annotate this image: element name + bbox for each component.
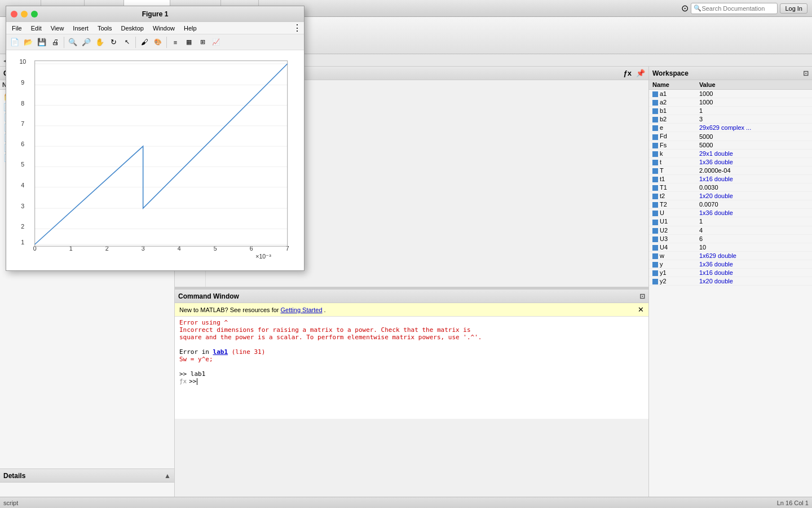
command-body[interactable]: Error using ^ Incorrect dimensions for r… [175, 317, 648, 419]
fig-tool-pan[interactable]: ✋ [94, 36, 106, 49]
workspace-row-t1[interactable]: t11x16 double [649, 174, 812, 183]
ws-value-Fs: 5000 [696, 141, 812, 149]
x-tick-1: 1 [69, 245, 73, 252]
figure-title: Figure 1 [38, 10, 272, 18]
getting-started-link[interactable]: Getting Started [281, 306, 323, 313]
close-button-fig[interactable] [11, 11, 17, 17]
y-tick-3: 3 [21, 203, 24, 209]
fig-tool-zoom-in[interactable]: 🔍 [67, 36, 79, 49]
search-input[interactable] [701, 5, 775, 12]
ws-name-t1: t1 [649, 174, 696, 183]
ws-value-T: 2.0000e-04 [696, 166, 812, 174]
figure-menu-extra-btn[interactable]: ⋮ [293, 23, 302, 33]
ws-value-b2: 3 [696, 115, 812, 124]
workspace-row-k[interactable]: k29x1 double [649, 149, 812, 157]
pin-icon[interactable]: 📌 [636, 69, 645, 77]
workspace-row-T1[interactable]: T10.0030 [649, 183, 812, 192]
workspace-row-Fd[interactable]: Fd5000 [649, 132, 812, 141]
maximize-button-fig[interactable] [31, 11, 38, 17]
workspace-row-y1[interactable]: y11x16 double [649, 268, 812, 277]
workspace-header: Workspace ⊡ [649, 67, 812, 80]
fig-menu-edit[interactable]: Edit [28, 24, 45, 33]
ws-name-U: U [649, 209, 696, 217]
search-box: 🔍 [691, 3, 778, 14]
fig-tool-cursor[interactable]: ↖ [121, 36, 133, 49]
x-tick-6: 6 [250, 245, 253, 252]
workspace-row-U4[interactable]: U410 [649, 243, 812, 251]
fig-menu-tools[interactable]: Tools [94, 24, 116, 33]
workspace-row-U3[interactable]: U36 [649, 234, 812, 243]
fx-icon[interactable]: ƒx [621, 69, 634, 77]
workspace-row-w[interactable]: w1x629 double [649, 251, 812, 260]
ws-name-b1: b1 [649, 107, 696, 115]
status-right: Ln 16 Col 1 [777, 500, 809, 506]
command-notice: New to MATLAB? See resources for Getting… [175, 303, 648, 317]
var-icon-T [652, 168, 658, 174]
workspace-row-Fs[interactable]: Fs5000 [649, 141, 812, 149]
var-icon-t [652, 160, 658, 165]
command-window-title: Command Window [178, 292, 239, 300]
var-icon-U [652, 211, 658, 216]
workspace-row-e[interactable]: e29x629 complex ... [649, 124, 812, 132]
workspace-row-T2[interactable]: T20.0070 [649, 200, 812, 209]
workspace-row-U[interactable]: U1x36 double [649, 209, 812, 217]
var-icon-y [652, 262, 658, 268]
error-line-3: square and the power is a scalar. To per… [179, 334, 644, 341]
workspace-expand[interactable]: ⊡ [803, 69, 809, 77]
fig-menu-view[interactable]: View [47, 24, 68, 33]
fig-tool-brush[interactable]: 🖌 [138, 36, 151, 49]
fig-tool-plot[interactable]: 📈 [210, 36, 222, 49]
workspace-row-t[interactable]: t1x36 double [649, 157, 812, 166]
workspace-row-a1[interactable]: a11000 [649, 90, 812, 98]
ws-value-y: 1x36 double [696, 260, 812, 268]
workspace-row-b2[interactable]: b23 [649, 115, 812, 124]
fig-tool-colorbar[interactable]: ▦ [183, 36, 195, 49]
x-tick-2: 2 [105, 245, 109, 252]
fig-menu-desktop[interactable]: Desktop [118, 24, 147, 33]
fig-tool-sep3 [166, 37, 167, 48]
fig-menu-window[interactable]: Window [149, 24, 178, 33]
fig-tool-rotate[interactable]: ↻ [107, 36, 120, 49]
x-tick-4: 4 [178, 245, 181, 252]
fig-menu-file[interactable]: File [8, 24, 25, 33]
fig-menu-insert[interactable]: Insert [69, 24, 92, 33]
fig-menu-help[interactable]: Help [180, 24, 200, 33]
fig-tool-new[interactable]: 📄 [8, 36, 21, 49]
figure-titlebar: Figure 1 [6, 6, 304, 22]
ws-value-T1: 0.0030 [696, 183, 812, 192]
workspace-row-y2[interactable]: y21x20 double [649, 277, 812, 286]
details-expand[interactable]: ▲ [164, 472, 171, 480]
minimize-button-fig[interactable] [21, 11, 28, 17]
ws-name-y: y [649, 260, 696, 268]
fig-tool-print[interactable]: 🖨 [49, 36, 61, 49]
workspace-row-U1[interactable]: U11 [649, 217, 812, 226]
y-tick-2: 2 [21, 223, 24, 230]
fig-tool-grid[interactable]: ⊞ [196, 36, 209, 49]
status-bar: script Ln 16 Col 1 [0, 497, 812, 508]
workspace-row-b1[interactable]: b11 [649, 107, 812, 115]
fig-tool-sep1 [64, 37, 64, 48]
ws-name-w: w [649, 251, 696, 260]
workspace-table-container[interactable]: Name Value a11000a21000b11b23e29x629 com… [649, 80, 812, 497]
cursor-blink [197, 378, 201, 385]
error-lab1-link[interactable]: lab1 [213, 348, 228, 356]
fig-tool-save[interactable]: 💾 [36, 36, 48, 49]
workspace-row-a2[interactable]: a21000 [649, 98, 812, 107]
workspace-row-t2[interactable]: t21x20 double [649, 192, 812, 200]
ws-name-y1: y1 [649, 268, 696, 277]
fig-tool-open[interactable]: 📂 [22, 36, 34, 49]
fig-tool-zoom-out[interactable]: 🔎 [80, 36, 92, 49]
workspace-row-T[interactable]: T2.0000e-04 [649, 166, 812, 174]
help-icon[interactable]: ⊙ [681, 3, 689, 14]
workspace-row-U2[interactable]: U24 [649, 226, 812, 234]
workspace-row-y[interactable]: y1x36 double [649, 260, 812, 268]
login-button[interactable]: Log In [780, 3, 807, 14]
fig-tool-legend[interactable]: ≡ [169, 36, 182, 49]
fig-tool-color[interactable]: 🎨 [152, 36, 164, 49]
ln-col-status: Ln 16 [777, 500, 795, 506]
fx-prompt-icon: ƒx [179, 378, 187, 385]
var-icon-a1 [652, 91, 658, 97]
command-window-expand[interactable]: ⊡ [639, 292, 645, 300]
notice-close[interactable]: ✕ [638, 305, 644, 314]
var-icon-Fs [652, 143, 658, 148]
